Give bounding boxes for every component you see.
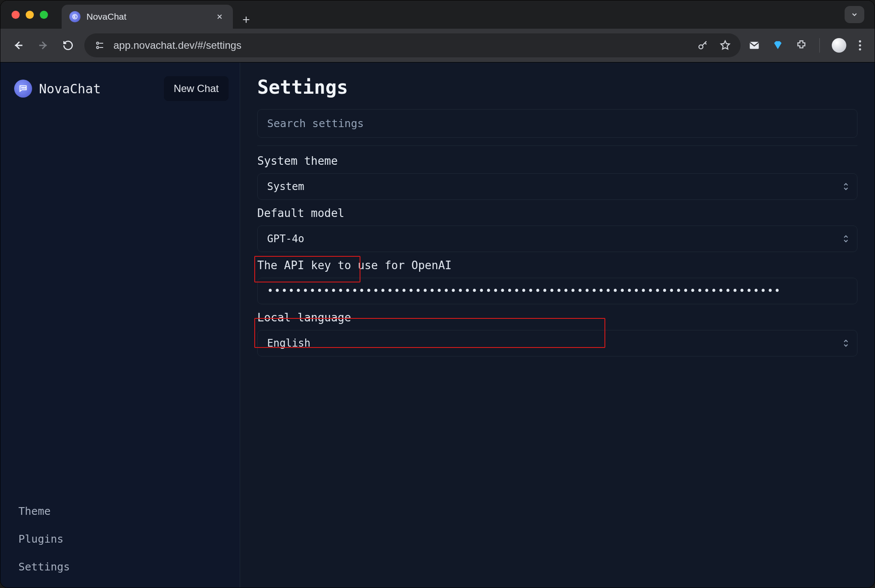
toolbar-divider xyxy=(819,38,820,53)
site-info-icon[interactable] xyxy=(94,39,107,52)
maximize-window-button[interactable] xyxy=(40,11,48,19)
page-title: Settings xyxy=(257,76,857,98)
profile-avatar[interactable] xyxy=(832,38,846,53)
theme-select[interactable]: System xyxy=(257,173,857,200)
settings-search-input[interactable] xyxy=(257,109,857,138)
select-value: System xyxy=(267,181,304,193)
svg-point-9 xyxy=(23,87,24,88)
favicon-icon xyxy=(69,11,80,22)
new-chat-button[interactable]: New Chat xyxy=(164,76,229,101)
toolbar: app.novachat.dev/#/settings xyxy=(0,29,875,62)
sidebar-link-label: Theme xyxy=(18,505,51,517)
app-viewport: NovaChat New Chat Theme Plugins Settings… xyxy=(0,62,875,588)
default-model-select[interactable]: GPT-4o xyxy=(257,226,857,252)
titlebar: NovaChat xyxy=(0,0,875,29)
browser-window: NovaChat xyxy=(0,0,875,588)
window-controls xyxy=(12,11,48,19)
tabstrip: NovaChat xyxy=(62,0,255,29)
address-bar[interactable]: app.novachat.dev/#/settings xyxy=(84,33,741,57)
brand-logo-icon xyxy=(14,80,32,98)
brand-name: NovaChat xyxy=(39,81,101,96)
minimize-window-button[interactable] xyxy=(26,11,34,19)
select-value: GPT-4o xyxy=(267,233,304,245)
svg-point-10 xyxy=(25,87,26,88)
svg-point-8 xyxy=(21,87,22,88)
sidebar-header: NovaChat New Chat xyxy=(0,71,240,109)
tab-title: NovaChat xyxy=(86,12,126,22)
chevron-sort-icon xyxy=(842,182,849,191)
url-text: app.novachat.dev/#/settings xyxy=(113,39,690,51)
field-default-model: Default model GPT-4o xyxy=(257,207,857,252)
field-system-theme: System theme System xyxy=(257,154,857,200)
toolbar-right xyxy=(748,38,865,53)
svg-point-6 xyxy=(859,44,861,46)
svg-point-2 xyxy=(97,47,99,49)
browser-tab[interactable]: NovaChat xyxy=(62,5,233,29)
forward-button[interactable] xyxy=(35,37,52,54)
field-label: Local language xyxy=(257,311,857,324)
back-button[interactable] xyxy=(10,37,27,54)
titlebar-right xyxy=(845,6,869,23)
field-label: The API key to use for OpenAI xyxy=(257,259,857,272)
main-content: Settings System theme System Default mod… xyxy=(240,62,875,588)
chevron-sort-icon xyxy=(842,234,849,244)
new-chat-label: New Chat xyxy=(174,83,219,94)
svg-point-3 xyxy=(699,45,703,49)
language-select[interactable]: English xyxy=(257,330,857,356)
field-label: Default model xyxy=(257,207,857,220)
svg-point-7 xyxy=(859,48,861,50)
close-window-button[interactable] xyxy=(12,11,20,19)
svg-point-5 xyxy=(859,40,861,42)
sidebar-link-settings[interactable]: Settings xyxy=(8,554,232,580)
close-tab-icon[interactable] xyxy=(216,13,223,21)
api-key-input[interactable] xyxy=(257,278,857,304)
sidebar-link-label: Plugins xyxy=(18,533,63,545)
sidebar-link-plugins[interactable]: Plugins xyxy=(8,526,232,552)
field-local-language: Local language English xyxy=(257,311,857,356)
new-tab-button[interactable] xyxy=(237,11,255,29)
password-key-icon[interactable] xyxy=(697,39,709,51)
bookmark-star-icon[interactable] xyxy=(719,39,731,51)
gem-icon[interactable] xyxy=(772,40,783,51)
sidebar-link-theme[interactable]: Theme xyxy=(8,498,232,524)
field-api-key: The API key to use for OpenAI xyxy=(257,259,857,304)
reload-button[interactable] xyxy=(60,37,77,54)
sidebar-footer: Theme Plugins Settings xyxy=(0,498,240,580)
sidebar: NovaChat New Chat Theme Plugins Settings xyxy=(0,62,240,588)
brand[interactable]: NovaChat xyxy=(14,80,101,98)
field-label: System theme xyxy=(257,154,857,167)
svg-point-1 xyxy=(97,42,99,45)
mail-icon[interactable] xyxy=(748,39,760,51)
extensions-icon[interactable] xyxy=(795,39,807,51)
chevron-sort-icon xyxy=(842,339,849,348)
sidebar-spacer xyxy=(0,109,240,498)
sidebar-link-label: Settings xyxy=(18,561,70,573)
tab-overflow-button[interactable] xyxy=(845,6,864,23)
section-divider xyxy=(257,146,857,146)
select-value: English xyxy=(267,337,310,349)
kebab-menu-icon[interactable] xyxy=(858,39,862,51)
